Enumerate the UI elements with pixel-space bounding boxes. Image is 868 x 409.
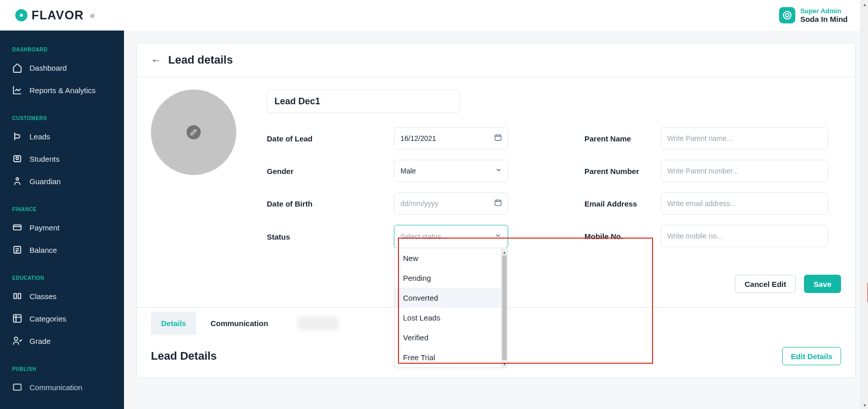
- communication-icon: [12, 382, 22, 392]
- dob-input[interactable]: [394, 192, 508, 215]
- sidebar-section-education: Education: [0, 275, 124, 285]
- card-header: ← Lead details: [137, 43, 855, 77]
- tab-blurred: [298, 317, 338, 330]
- students-icon: [12, 154, 22, 164]
- user-avatar-icon[interactable]: [779, 7, 795, 23]
- sidebar: Dashboard Dashboard Reports & Analytics …: [0, 31, 124, 409]
- date-of-lead-label: Date of Lead: [267, 134, 394, 143]
- sidebar-item-categories[interactable]: Categories: [0, 307, 124, 330]
- sidebar-item-label: Classes: [29, 292, 56, 301]
- lead-details-heading: Lead Details: [151, 349, 217, 363]
- gender-select[interactable]: [394, 160, 508, 182]
- scroll-down-icon[interactable]: ▾: [502, 360, 507, 367]
- status-option-pending[interactable]: Pending: [395, 268, 501, 288]
- sidebar-item-label: Guardian: [29, 177, 61, 186]
- sidebar-item-guardian[interactable]: Guardian: [0, 170, 124, 192]
- lead-card: ← Lead details Date of Lead: [136, 43, 856, 378]
- svg-point-8: [14, 337, 18, 341]
- svg-point-1: [785, 14, 789, 17]
- sidebar-item-dashboard[interactable]: Dashboard: [0, 56, 124, 79]
- sidebar-item-grade[interactable]: Grade: [0, 330, 124, 352]
- sidebar-item-students[interactable]: Students: [0, 148, 124, 170]
- sidebar-section-dashboard: Dashboard: [0, 47, 124, 56]
- chart-icon: [12, 85, 22, 95]
- parent-number-label: Parent Number: [584, 167, 661, 176]
- svg-rect-7: [14, 315, 21, 323]
- email-label: Email Address: [584, 199, 661, 208]
- lead-avatar[interactable]: [151, 90, 236, 175]
- parent-name-input[interactable]: [661, 127, 828, 150]
- gender-label: Gender: [267, 167, 394, 176]
- sidebar-item-label: Payment: [29, 223, 59, 232]
- sidebar-item-reports[interactable]: Reports & Analytics: [0, 79, 124, 101]
- parent-name-label: Parent Name: [584, 134, 661, 143]
- brand-logo-icon: [15, 9, 27, 21]
- grade-icon: [12, 336, 22, 346]
- back-arrow-icon[interactable]: ←: [151, 54, 161, 66]
- brand-logo[interactable]: FLAVOR: [15, 8, 84, 22]
- status-option-converted[interactable]: Converted: [395, 288, 501, 308]
- sidebar-item-label: Students: [29, 155, 59, 163]
- svg-rect-9: [14, 384, 21, 390]
- dob-label: Date of Birth: [267, 199, 394, 208]
- parent-number-input[interactable]: [661, 160, 828, 182]
- status-option-verified[interactable]: Verified: [395, 328, 501, 347]
- categories-icon: [12, 313, 22, 324]
- email-input[interactable]: [661, 192, 828, 215]
- sidebar-item-label: Balance: [29, 246, 57, 254]
- sidebar-item-label: Leads: [29, 132, 50, 141]
- sidebar-item-label: Dashboard: [29, 64, 67, 72]
- sidebar-item-label: Communication: [29, 383, 82, 392]
- sidebar-section-publish: Publish: [0, 366, 124, 376]
- status-option-new[interactable]: New: [395, 248, 501, 268]
- scroll-up-icon[interactable]: ▴: [861, 0, 868, 8]
- sidebar-item-classes[interactable]: Classes: [0, 285, 124, 307]
- sidebar-item-communication[interactable]: Communication: [0, 376, 124, 398]
- svg-point-4: [16, 178, 19, 180]
- sidebar-collapse-icon[interactable]: «: [90, 10, 95, 21]
- save-button[interactable]: Save: [804, 275, 841, 293]
- brand-text: FLAVOR: [32, 8, 84, 22]
- classes-icon: [12, 291, 22, 301]
- tab-communication[interactable]: Communication: [200, 312, 278, 335]
- main-content: ← Lead details Date of Lead: [124, 31, 868, 409]
- scroll-thumb[interactable]: [502, 255, 507, 360]
- sidebar-item-label: Categories: [29, 314, 67, 323]
- user-meta: Super Admin Soda In Mind: [800, 7, 848, 23]
- sidebar-item-balance[interactable]: Balance: [0, 239, 124, 261]
- balance-icon: [12, 245, 22, 255]
- status-dropdown-panel: New Pending Converted Lost Leads Verifie…: [394, 248, 508, 368]
- page-title: Lead details: [168, 53, 233, 67]
- edit-avatar-icon[interactable]: [187, 125, 201, 139]
- scroll-up-icon[interactable]: ▴: [502, 248, 507, 255]
- user-role: Super Admin: [800, 7, 848, 15]
- status-label: Status: [267, 232, 394, 241]
- leads-icon: [12, 131, 22, 141]
- mobile-input[interactable]: [661, 225, 828, 247]
- top-header: FLAVOR « Super Admin Soda In Mind: [0, 0, 868, 31]
- status-option-freetrial[interactable]: Free Trial: [395, 347, 501, 367]
- scroll-down-icon[interactable]: ▾: [861, 401, 868, 409]
- mobile-label: Mobile No.: [584, 232, 661, 241]
- svg-point-0: [783, 12, 791, 19]
- sidebar-item-leads[interactable]: Leads: [0, 125, 124, 148]
- status-option-lost[interactable]: Lost Leads: [395, 308, 501, 328]
- page-scrollbar[interactable]: ▴ ▾: [860, 0, 868, 409]
- guardian-icon: [12, 176, 22, 186]
- cancel-edit-button[interactable]: Cancel Edit: [735, 275, 796, 293]
- sidebar-item-payment[interactable]: Payment: [0, 216, 124, 239]
- tab-details[interactable]: Details: [151, 312, 196, 335]
- status-select[interactable]: [394, 225, 508, 248]
- date-of-lead-input[interactable]: [394, 127, 508, 150]
- sidebar-item-label: Grade: [29, 337, 51, 345]
- svg-rect-5: [14, 225, 21, 230]
- lead-name-input[interactable]: [267, 90, 460, 113]
- sidebar-section-customers: Customers: [0, 115, 124, 125]
- sidebar-section-finance: Finance: [0, 207, 124, 216]
- svg-point-3: [16, 157, 19, 160]
- edit-details-button[interactable]: Edit Details: [782, 347, 841, 365]
- dropdown-scrollbar[interactable]: ▴ ▾: [501, 248, 507, 367]
- payment-icon: [12, 222, 22, 232]
- sidebar-item-label: Reports & Analytics: [29, 86, 96, 95]
- user-name: Soda In Mind: [800, 15, 848, 23]
